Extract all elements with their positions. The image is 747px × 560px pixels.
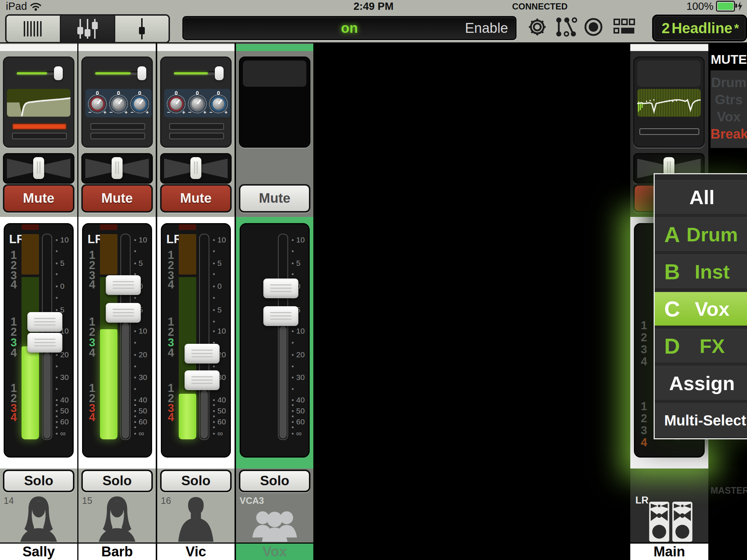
- eq-knobs-thumbnail[interactable]: 0 − + 0 − + 0 − +: [164, 89, 231, 117]
- channel-image[interactable]: [157, 497, 235, 542]
- gain-slider[interactable]: [82, 61, 152, 87]
- fader-cap[interactable]: [263, 306, 298, 326]
- solo-button[interactable]: Solo: [81, 470, 153, 492]
- fader-banks-button[interactable]: [613, 18, 635, 37]
- female-avatar-icon: [18, 494, 59, 542]
- gain-slider[interactable]: [161, 61, 231, 87]
- fader-cap[interactable]: [27, 333, 62, 353]
- channel-header-bar[interactable]: [157, 44, 235, 51]
- channel-processing-view[interactable]: [633, 57, 705, 148]
- channel-image[interactable]: [236, 497, 313, 542]
- channel-header-bar[interactable]: [236, 44, 313, 51]
- tab-channel-view[interactable]: [115, 16, 169, 42]
- dynamics-thumbnail[interactable]: [634, 119, 704, 146]
- channel-name[interactable]: Main: [630, 542, 708, 560]
- snapshot-button[interactable]: 2 Headline *: [652, 15, 747, 42]
- routing-button[interactable]: [554, 16, 578, 39]
- channel-header-bar[interactable]: [630, 44, 708, 51]
- eq-high-knob[interactable]: 0 − +: [130, 90, 149, 116]
- tab-mixer-view[interactable]: [61, 16, 115, 42]
- popup-row[interactable]: All: [655, 180, 747, 214]
- channel-name[interactable]: Vox: [236, 542, 313, 560]
- gate-meter-slot: [12, 123, 67, 130]
- group-number: 3: [641, 424, 647, 437]
- popup-row[interactable]: D FX: [655, 329, 747, 363]
- popup-row[interactable]: A Drum: [655, 217, 747, 252]
- popup-row[interactable]: C Vox: [655, 292, 747, 326]
- fader-cap-ghost[interactable]: [27, 312, 62, 332]
- channel-processing-view[interactable]: 0 − + 0 − + 0 − +: [160, 57, 232, 148]
- group-number: 4: [89, 346, 95, 359]
- fader-scale-tick: 60: [134, 417, 147, 426]
- fader-scale-tick: [56, 366, 60, 368]
- pan-handle[interactable]: [190, 157, 201, 179]
- pan-control[interactable]: [81, 153, 153, 184]
- eq-mid-knob[interactable]: 0 − +: [188, 90, 207, 116]
- mute-button[interactable]: Mute: [3, 184, 74, 213]
- channel-name[interactable]: Barb: [78, 542, 156, 560]
- popup-row[interactable]: B Inst: [655, 254, 747, 289]
- knob-minus-label: −: [209, 109, 213, 115]
- gain-slider-handle[interactable]: [215, 66, 224, 80]
- banner-enable-button[interactable]: Enable: [465, 20, 508, 36]
- fader-scale-tick: [213, 342, 217, 344]
- fader-scale-tick: [134, 297, 139, 299]
- eq-knobs-thumbnail[interactable]: 0 − + 0 − + 0 − +: [85, 89, 152, 117]
- channel-header-bar[interactable]: [0, 44, 77, 51]
- dynamics-thumbnail[interactable]: [161, 119, 231, 146]
- snapshot-number: 2: [662, 20, 670, 36]
- mute-group-button[interactable]: Break: [711, 126, 747, 142]
- eq-high-knob[interactable]: 0 − +: [209, 90, 228, 116]
- pan-handle[interactable]: [112, 157, 123, 179]
- male-avatar-icon: [175, 494, 216, 542]
- eq-mid-knob[interactable]: 0 − +: [109, 90, 128, 116]
- channel-header-bar[interactable]: [78, 44, 156, 51]
- channel-processing-view[interactable]: 0 − + 0 − + 0 − +: [81, 57, 153, 148]
- fader-cap[interactable]: [185, 370, 220, 390]
- status-banner[interactable]: on Enable: [182, 16, 516, 40]
- mute-button[interactable]: Mute: [160, 184, 232, 213]
- channel-name[interactable]: Vic: [157, 542, 235, 560]
- pan-handle[interactable]: [33, 157, 44, 179]
- popup-row[interactable]: Multi-Select: [655, 403, 747, 438]
- fader-cap-ghost[interactable]: [185, 344, 220, 363]
- solo-button[interactable]: Solo: [160, 470, 232, 492]
- pan-control[interactable]: [3, 153, 74, 184]
- settings-button[interactable]: [527, 16, 548, 39]
- group-number: 4: [641, 436, 647, 449]
- mute-group-button[interactable]: Vox: [711, 109, 747, 125]
- eq-curve-thumbnail[interactable]: [7, 89, 70, 117]
- solo-button[interactable]: Solo: [239, 470, 310, 492]
- mute-button[interactable]: Mute: [81, 184, 153, 213]
- channel-name[interactable]: Sally: [0, 542, 77, 560]
- gain-slider[interactable]: [4, 61, 73, 87]
- mute-button[interactable]: Mute: [239, 184, 310, 213]
- mute-group-button[interactable]: Drum: [711, 75, 747, 91]
- dynamics-thumbnail[interactable]: [4, 119, 73, 146]
- channel-processing-view[interactable]: [239, 57, 310, 148]
- popup-row[interactable]: Assign: [655, 366, 747, 400]
- eq-low-knob[interactable]: 0 − +: [88, 90, 107, 116]
- channel-processing-view[interactable]: [3, 57, 74, 148]
- tab-overview-view[interactable]: [7, 16, 61, 42]
- fader-scale-tick: [56, 273, 60, 275]
- solo-button[interactable]: Solo: [3, 470, 74, 492]
- channel-image[interactable]: [78, 497, 156, 542]
- fader-cap-ghost[interactable]: [106, 275, 141, 295]
- eq-low-knob[interactable]: 0 − +: [167, 90, 186, 116]
- dynamics-thumbnail[interactable]: [82, 119, 152, 146]
- gain-slider-handle[interactable]: [54, 66, 63, 80]
- fader-cap[interactable]: [106, 303, 141, 323]
- record-button[interactable]: [583, 16, 604, 39]
- knob-minus-label: −: [167, 109, 170, 115]
- rta-geq-thumbnail[interactable]: [637, 89, 701, 117]
- fader-cap-ghost[interactable]: [263, 279, 298, 298]
- pan-control[interactable]: [160, 153, 232, 184]
- mute-group-button[interactable]: Gtrs: [711, 92, 747, 108]
- gain-slider-handle[interactable]: [138, 66, 146, 80]
- fader-banks-icon: [613, 18, 635, 36]
- fader-scale-tick: 0: [213, 282, 222, 291]
- group-number: 4: [641, 355, 647, 368]
- channel-image[interactable]: [0, 497, 77, 542]
- channel-image[interactable]: [630, 497, 708, 542]
